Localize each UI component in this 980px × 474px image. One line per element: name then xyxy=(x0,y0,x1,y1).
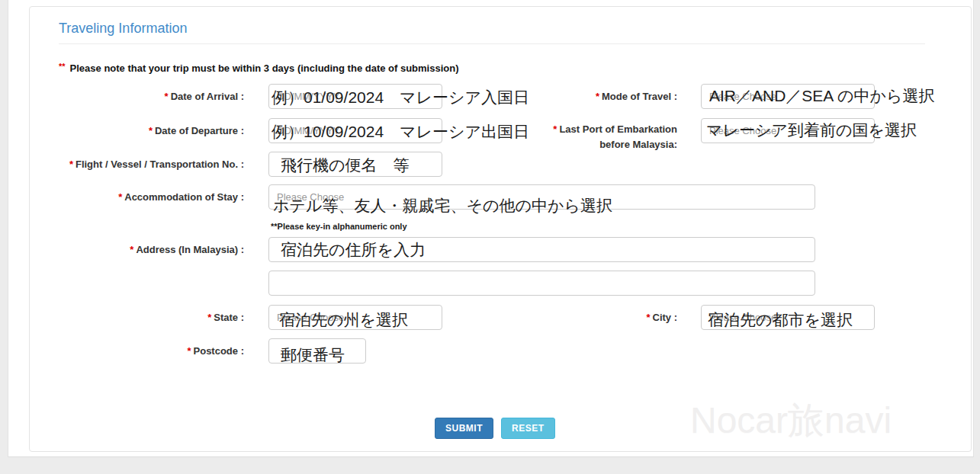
required-asterisk: * xyxy=(207,312,211,323)
label-date-of-departure: *Date of Departure : xyxy=(31,118,244,143)
label-city: *City : xyxy=(464,305,677,330)
note-asterisks: ** xyxy=(59,62,66,71)
required-asterisk: * xyxy=(553,123,557,135)
label-flight-no: *Flight / Vessel / Transportation No. : xyxy=(31,152,244,177)
required-asterisk: * xyxy=(187,345,191,357)
annotation-postcode: 郵便番号 xyxy=(281,344,345,366)
required-asterisk: * xyxy=(69,159,73,170)
watermark: Nocar旅navi xyxy=(690,396,892,445)
required-asterisk: * xyxy=(646,312,650,323)
annotation-flight-no: 飛行機の便名 等 xyxy=(281,155,410,176)
required-asterisk: * xyxy=(118,191,122,203)
label-state: *State : xyxy=(31,305,244,330)
annotation-state: 宿泊先の州を選択 xyxy=(279,309,408,331)
trip-note: **Please note that your trip must be wit… xyxy=(59,62,459,74)
submit-button[interactable]: SUBMIT xyxy=(435,418,493,439)
annotation-accommodation: ホテル等、友人・親戚宅、その他の中から選択 xyxy=(273,195,612,216)
annotation-city: 宿泊先の都市を選択 xyxy=(708,309,853,331)
mdac-traveling-form-page: Traveling Information **Please note that… xyxy=(0,0,980,474)
trip-note-text: Please note that your trip must be withi… xyxy=(70,62,459,74)
annotation-mode-of-travel: AIR／AND／SEA の中から選択 xyxy=(709,85,935,107)
required-asterisk: * xyxy=(130,244,133,255)
annotation-date-of-arrival: 例）01/09/2024 マレーシア入国日 xyxy=(272,87,529,108)
required-asterisk: * xyxy=(165,91,169,102)
section-title: Traveling Information xyxy=(59,21,187,37)
reset-button[interactable]: RESET xyxy=(501,418,555,439)
label-address: *Address (In Malaysia) : xyxy=(31,237,244,262)
address-line2-input[interactable] xyxy=(268,271,815,296)
annotation-date-of-departure: 例）10/09/2024 マレーシア出国日 xyxy=(272,121,529,143)
required-asterisk: * xyxy=(149,125,153,136)
title-divider xyxy=(59,43,925,44)
label-postcode: *Postcode : xyxy=(31,338,244,364)
annotation-last-port: マレーシア到着前の国を選択 xyxy=(706,120,917,141)
annotation-address: 宿泊先の住所を入力 xyxy=(281,239,426,261)
keyin-note: **Please key-in alphanumeric only xyxy=(271,222,407,231)
required-asterisk: * xyxy=(596,91,599,102)
label-date-of-arrival: *Date of Arrival : xyxy=(31,84,244,109)
label-accommodation: *Accommodation of Stay : xyxy=(31,184,244,210)
